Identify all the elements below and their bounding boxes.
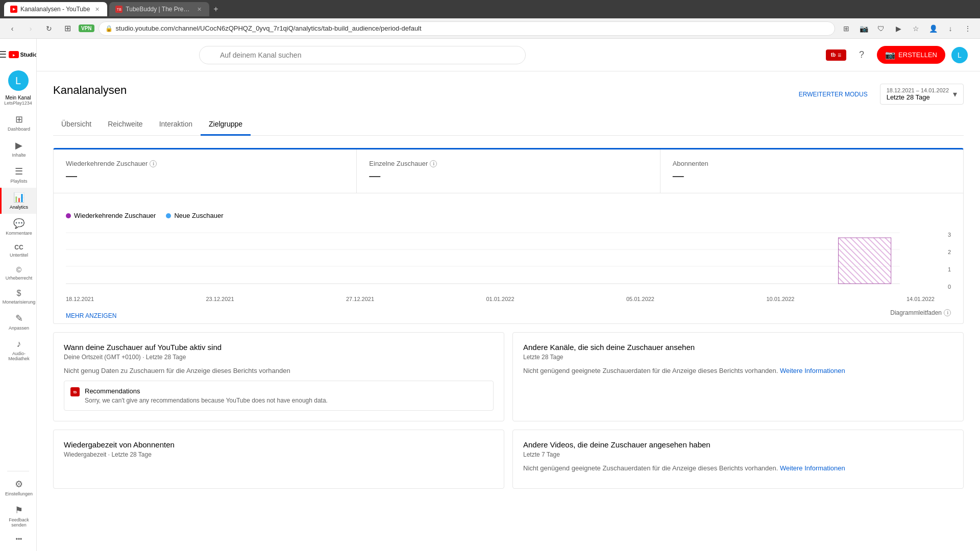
tab-uebersicht[interactable]: Übersicht: [53, 114, 100, 136]
browser-toolbar: ‹ › ↻ ⊞ VPN 🔒 studio.youtube.com/channel…: [0, 18, 980, 39]
date-filter[interactable]: 18.12.2021 – 14.01.2022 Letzte 28 Tage ▾: [880, 84, 964, 105]
legend-dot-1: [166, 213, 171, 218]
page-content: Kanalanalysen ERWEITERTER MODUS 18.12.20…: [37, 71, 980, 501]
main-content: 🔍 tb ≡ ? 📷 ERSTELLEN L: [37, 39, 980, 551]
metric-value-1: —: [369, 169, 647, 183]
tab-interaktion[interactable]: Interaktion: [151, 114, 201, 136]
sidebar-item-label-anpassen: Anpassen: [9, 325, 29, 331]
address-bar[interactable]: 🔒 studio.youtube.com/channel/UCocN6zQPHQ…: [99, 21, 835, 36]
yt-studio-icon: ▶ Studio: [9, 51, 37, 58]
sidebar-item-urheberrecht[interactable]: © Urheberrecht: [0, 262, 36, 285]
tubebuddy-btn[interactable]: tb ≡: [826, 49, 846, 61]
user-avatar[interactable]: L: [951, 47, 968, 63]
sidebar-bottom: ⚙ Einstellungen ⚑ Feedback senden •••: [0, 468, 36, 547]
sidebar-item-analytics[interactable]: 📊 Analytics: [0, 188, 36, 214]
section-subtitle-2: Wiedergabezeit · Letzte 28 Tage: [64, 451, 494, 458]
weitere-link-1[interactable]: Weitere Informationen: [780, 367, 845, 374]
sidebar-item-untertitel[interactable]: CC Untertitel: [0, 240, 36, 262]
section-title-2: Wiedergabezeit von Abonnenten: [64, 440, 494, 449]
download-btn[interactable]: ↓: [943, 21, 958, 36]
page-title: Kanalanalysen: [53, 84, 127, 97]
top-header: 🔍 tb ≡ ? 📷 ERSTELLEN L: [37, 39, 980, 71]
section-subtitle-0: Deine Ortszeit (GMT +0100) · Letzte 28 T…: [64, 354, 494, 361]
metric-value-0: —: [66, 169, 344, 183]
inactive-tab[interactable]: TB TubeBuddy | The Premier... ✕: [109, 2, 209, 16]
sidebar-item-label-untertitel: Untertitel: [10, 253, 28, 258]
sidebar-item-kommentare[interactable]: 💬 Kommentare: [0, 214, 36, 240]
sidebar-item-dashboard[interactable]: ⊞ Dashboard: [0, 110, 36, 136]
tab2-close-btn[interactable]: ✕: [195, 5, 203, 13]
metric-card-1: Einzelne Zuschauer ℹ —: [357, 149, 660, 193]
extensions-btn[interactable]: ⊞: [839, 21, 853, 36]
inhalte-icon: ▶: [13, 140, 24, 151]
forward-btn[interactable]: ›: [23, 21, 38, 36]
tab-reichweite[interactable]: Reichweite: [100, 114, 151, 136]
header-actions: tb ≡ ? 📷 ERSTELLEN L: [826, 46, 968, 64]
new-tab-btn[interactable]: +: [213, 5, 218, 14]
sidebar-nav: ⊞ Dashboard ▶ Inhalte ☰ Playlists 📊 Anal…: [0, 110, 36, 365]
section-title-1: Andere Kanäle, die sich deine Zuschauer …: [523, 343, 953, 352]
sidebar-item-inhalte[interactable]: ▶ Inhalte: [0, 136, 36, 162]
channel-handle-label: LetsPlay1234: [2, 101, 34, 106]
hamburger-icon[interactable]: ☰: [0, 49, 7, 60]
page-controls: ERWEITERTER MODUS 18.12.2021 – 14.01.202…: [799, 84, 964, 105]
profile-btn[interactable]: 👤: [926, 21, 940, 36]
page-header-row: Kanalanalysen ERWEITERTER MODUS 18.12.20…: [53, 84, 964, 105]
date-label-text: Letzte 28 Tage: [887, 93, 949, 101]
sidebar-item-more[interactable]: •••: [0, 532, 36, 547]
menu-btn[interactable]: ⋮: [961, 21, 975, 36]
tab-close-btn[interactable]: ✕: [93, 5, 101, 13]
home-btn[interactable]: ⊞: [60, 21, 75, 36]
recommendations-box: tb Recommendations Sorry, we can't give …: [64, 381, 494, 411]
metric-info-icon-0[interactable]: ℹ: [150, 160, 157, 167]
section-empty-3: Nicht genügend geeignete Zuschauerdaten …: [523, 464, 953, 472]
einstellungen-icon: ⚙: [13, 479, 24, 490]
chart-outer: Wiederkehrende Zuschauer ℹ — Einzelne Zu…: [53, 148, 964, 324]
sidebar: ☰ ▶ Studio L Mein Kanal LetsPlay1234 ⊞ D…: [0, 39, 37, 551]
chart-inner: 3 2 1 0: [66, 228, 951, 294]
url-text: studio.youtube.com/channel/UCocN6zQPHQZ_…: [116, 24, 422, 32]
camera-btn[interactable]: 📷: [856, 21, 871, 36]
create-label: ERSTELLEN: [898, 51, 937, 59]
metric-card-2: Abonnenten —: [660, 149, 963, 193]
sidebar-item-monetarisierung[interactable]: $ Monetarisierung: [0, 285, 36, 309]
sidebar-item-einstellungen[interactable]: ⚙ Einstellungen: [0, 474, 36, 500]
help-btn[interactable]: ?: [852, 46, 871, 64]
anpassen-icon: ✎: [13, 313, 24, 324]
active-tab[interactable]: ▶ Kanalanalysen - YouTube ✕: [4, 2, 107, 16]
chart-area-wrap: 3 2 1 0 18.12.2021 23.12.2021 27.12.2021…: [66, 228, 951, 302]
search-input[interactable]: [199, 46, 526, 64]
rec-text: Sorry, we can't give any recommendations…: [85, 397, 328, 404]
shield-btn[interactable]: 🛡: [874, 21, 888, 36]
refresh-btn[interactable]: ↻: [42, 21, 56, 36]
rec-content: Recommendations Sorry, we can't give any…: [85, 387, 328, 404]
audio-icon: ♪: [13, 339, 24, 349]
date-range-text: 18.12.2021 – 14.01.2022: [887, 87, 949, 93]
sidebar-item-playlists[interactable]: ☰ Playlists: [0, 162, 36, 188]
create-btn[interactable]: 📷 ERSTELLEN: [877, 46, 945, 64]
sidebar-item-anpassen[interactable]: ✎ Anpassen: [0, 309, 36, 335]
sidebar-item-label-dashboard: Dashboard: [8, 127, 30, 132]
channel-name-label: Mein Kanal: [3, 95, 33, 101]
weitere-link-3[interactable]: Weitere Informationen: [780, 464, 845, 472]
section-other-channels: Andere Kanäle, die sich deine Zuschauer …: [512, 332, 964, 421]
section-subtitle-3: Letzte 7 Tage: [523, 451, 953, 458]
monetarisierung-icon: $: [13, 289, 24, 298]
sidebar-item-audio[interactable]: ♪ Audio-Mediathek: [0, 335, 36, 365]
play-btn[interactable]: ▶: [891, 21, 905, 36]
sidebar-header[interactable]: ☰ ▶ Studio: [0, 45, 37, 64]
back-btn[interactable]: ‹: [5, 21, 19, 36]
sidebar-item-label-einstellungen: Einstellungen: [5, 491, 33, 496]
erweiterter-modus-btn[interactable]: ERWEITERTER MODUS: [799, 91, 868, 98]
metric-info-icon-1[interactable]: ℹ: [430, 160, 437, 167]
sidebar-item-feedback[interactable]: ⚑ Feedback senden: [0, 500, 36, 532]
bookmark-btn[interactable]: ☆: [909, 21, 923, 36]
diagramm-info-icon[interactable]: ℹ: [944, 309, 951, 316]
avatar[interactable]: L: [8, 70, 29, 91]
browser-actions: ⊞ 📷 🛡 ▶ ☆ 👤 ↓ ⋮: [839, 21, 975, 36]
tab-zielgruppe[interactable]: Zielgruppe: [201, 114, 251, 136]
dashboard-icon: ⊞: [13, 114, 24, 125]
mehr-anzeigen-btn[interactable]: MEHR ANZEIGEN: [66, 312, 116, 319]
tab-favicon: ▶: [10, 6, 17, 13]
diagrammleitfaden-link[interactable]: Diagrammleitfaden ℹ: [890, 309, 951, 316]
